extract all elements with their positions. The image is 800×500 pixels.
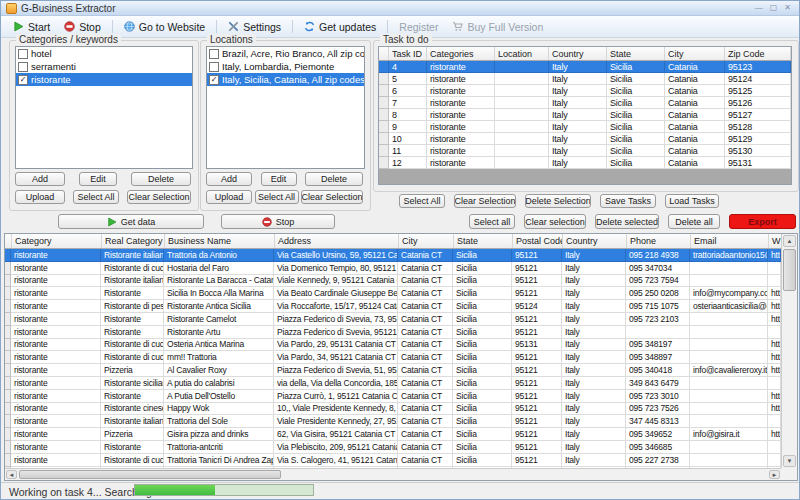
column-header[interactable]: Phone xyxy=(627,234,691,248)
table-row[interactable]: ristoranteRistoranteRistorante ArtuPiazz… xyxy=(5,326,797,339)
vertical-scrollbar[interactable]: ▲ ▼ xyxy=(781,234,797,468)
row-header[interactable] xyxy=(379,109,389,121)
column-header[interactable]: State xyxy=(454,234,513,248)
checkbox[interactable] xyxy=(18,62,28,72)
column-header[interactable]: Location xyxy=(495,47,549,60)
close-icon[interactable]: ✕ xyxy=(784,4,791,12)
table-row[interactable]: 11ristoranteItalySiciliaCatania95130 xyxy=(379,145,791,157)
delete-selected-button[interactable]: Delete selected xyxy=(595,214,659,229)
scroll-down-icon[interactable]: ▼ xyxy=(783,455,796,467)
get-data-button[interactable]: Get data xyxy=(58,214,204,229)
row-header[interactable] xyxy=(379,157,389,169)
table-row[interactable]: ristoranteRistorante italianoTrattoria d… xyxy=(5,415,797,428)
register-button[interactable]: Register xyxy=(392,20,445,34)
add-button[interactable]: Add xyxy=(15,172,65,186)
column-header[interactable]: Business Name xyxy=(165,234,275,248)
get-updates-button[interactable]: Get updates xyxy=(297,20,383,34)
table-row[interactable]: ristoranteRistorante italianoTrattoria d… xyxy=(5,249,797,262)
table-row[interactable]: 6ristoranteItalySiciliaCatania95125 xyxy=(379,85,791,97)
select-all-results-button[interactable]: Select all xyxy=(469,214,515,229)
column-header[interactable]: Address xyxy=(275,234,399,248)
table-row[interactable]: ristoranteRistorante di cuci...Hostaria … xyxy=(5,262,797,275)
scroll-left-icon[interactable]: ◄ xyxy=(6,470,17,479)
table-row[interactable]: ristoranteRistoranteSicilia In Bocca All… xyxy=(5,287,797,300)
table-row[interactable]: 10ristoranteItalySiciliaCatania95129 xyxy=(379,133,791,145)
load-tasks-button[interactable]: Load Tasks xyxy=(665,194,719,208)
buy-full-version-button[interactable]: Buy Full Version xyxy=(445,20,550,34)
table-row[interactable]: ristoranteRistorante di cuci...Trattoria… xyxy=(5,454,797,467)
row-header[interactable] xyxy=(379,61,389,73)
clear-results-selection-button[interactable]: Clear selection xyxy=(524,214,586,229)
locations-list[interactable]: Brazil, Acre, Rio Branco, All zip codesI… xyxy=(206,46,365,169)
list-item[interactable]: hotel xyxy=(16,47,192,60)
delete-button[interactable]: Delete xyxy=(305,172,363,186)
save-tasks-button[interactable]: Save Tasks xyxy=(600,194,656,208)
row-header[interactable] xyxy=(379,97,389,109)
select-all-button[interactable]: Select All xyxy=(255,190,299,204)
row-header[interactable] xyxy=(379,73,389,85)
column-header[interactable]: Category xyxy=(12,234,102,248)
table-row[interactable]: 5ristoranteItalySiciliaCatania95124 xyxy=(379,73,791,85)
row-header[interactable] xyxy=(379,145,389,157)
checkbox[interactable] xyxy=(209,62,219,72)
table-row[interactable]: 12ristoranteItalySiciliaCatania95131 xyxy=(379,157,791,169)
delete-button[interactable]: Delete xyxy=(131,172,191,186)
row-header[interactable] xyxy=(379,121,389,133)
export-button[interactable]: Export xyxy=(729,214,796,229)
start-button[interactable]: Start xyxy=(6,20,57,34)
row-header[interactable] xyxy=(379,133,389,145)
column-header[interactable]: Country xyxy=(549,47,607,60)
table-row[interactable]: ristoranteRistoranteRistorante CamelotPi… xyxy=(5,313,797,326)
list-item[interactable]: ✓ristorante xyxy=(16,73,192,86)
upload-button[interactable]: Upload xyxy=(15,190,65,204)
list-item[interactable]: Brazil, Acre, Rio Branco, All zip codes xyxy=(207,47,364,60)
table-row[interactable]: ristoranteRistorante cineseHappy Wok10,,… xyxy=(5,403,797,416)
minimize-icon[interactable]: — xyxy=(755,4,763,12)
edit-button[interactable]: Edit xyxy=(261,172,297,186)
column-header[interactable]: Postal Code xyxy=(513,234,563,248)
table-row[interactable]: 8ristoranteItalySiciliaCatania95127 xyxy=(379,109,791,121)
column-header[interactable]: Country xyxy=(563,234,627,248)
clear-task-selection-button[interactable]: Clear Selection xyxy=(454,194,516,208)
list-item[interactable]: Italy, Lombardia, Piemonte xyxy=(207,60,364,73)
table-row[interactable]: ristoranteRistorante di cuci...mm!! Trat… xyxy=(5,351,797,364)
column-header[interactable]: Categories xyxy=(427,47,495,60)
select-all-tasks-button[interactable]: Select All xyxy=(399,194,445,208)
stop-button[interactable]: Stop xyxy=(57,20,108,34)
table-row[interactable]: ristoranteRistorante di cuci...Osteria A… xyxy=(5,339,797,352)
list-item[interactable]: serramenti xyxy=(16,60,192,73)
checkbox[interactable] xyxy=(209,49,219,59)
table-row[interactable]: ristoranteRistorante sicilianoA putia do… xyxy=(5,377,797,390)
checkbox[interactable]: ✓ xyxy=(209,75,219,85)
settings-button[interactable]: Settings xyxy=(221,20,288,34)
categories-list[interactable]: hotelserramenti✓ristorante xyxy=(15,46,193,169)
delete-task-selection-button[interactable]: Delete Selection xyxy=(525,194,591,208)
maximize-icon[interactable]: ▢ xyxy=(770,4,778,12)
clear-selection-button[interactable]: Clear Selection xyxy=(301,190,363,204)
horizontal-scrollbar[interactable]: ◄ ► xyxy=(5,468,781,480)
table-row[interactable]: 9ristoranteItalySiciliaCatania95128 xyxy=(379,121,791,133)
table-row[interactable]: ristoranteRistoranteA Putia Dell'Ostello… xyxy=(5,390,797,403)
column-header[interactable]: Real Category xyxy=(102,234,165,248)
column-header[interactable]: Task ID xyxy=(389,47,427,60)
clear-selection-button[interactable]: Clear Selection xyxy=(127,190,191,204)
stop-button[interactable]: Stop xyxy=(221,214,335,229)
vertical-scroll-thumb[interactable] xyxy=(783,249,796,291)
select-all-button[interactable]: Select All xyxy=(73,190,119,204)
add-button[interactable]: Add xyxy=(206,172,252,186)
column-header[interactable]: City xyxy=(399,234,454,248)
delete-all-button[interactable]: Delete all xyxy=(668,214,720,229)
column-header[interactable]: Email xyxy=(691,234,769,248)
list-item[interactable]: ✓Italy, Sicilia, Catania, All zip codes xyxy=(207,73,364,86)
table-row[interactable]: ristoranteRistorante di pesceRistorante … xyxy=(5,300,797,313)
column-header[interactable]: City xyxy=(665,47,725,60)
scroll-right-icon[interactable]: ► xyxy=(769,470,780,479)
column-header[interactable]: State xyxy=(607,47,665,60)
table-row[interactable]: 7ristoranteItalySiciliaCatania95126 xyxy=(379,97,791,109)
checkbox[interactable] xyxy=(18,49,28,59)
edit-button[interactable]: Edit xyxy=(79,172,117,186)
table-row[interactable]: 4ristoranteItalySiciliaCatania95123 xyxy=(379,61,791,73)
checkbox[interactable]: ✓ xyxy=(18,75,28,85)
table-row[interactable]: ristoranteRistoranteTrattoria-antcritiVi… xyxy=(5,441,797,454)
table-row[interactable]: ristorantePizzeriaAl Cavalier RoxyPiazza… xyxy=(5,364,797,377)
